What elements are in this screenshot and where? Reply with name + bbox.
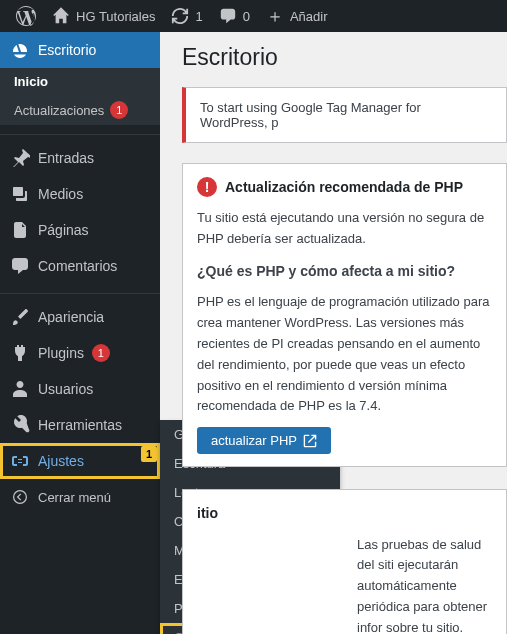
update-php-button[interactable]: actualizar PHP xyxy=(197,427,331,454)
menu-tools[interactable]: Herramientas xyxy=(0,407,160,443)
submenu-updates[interactable]: Actualizaciones 1 xyxy=(0,95,160,125)
page-title: Escritorio xyxy=(182,44,507,71)
menu-posts[interactable]: Entradas xyxy=(0,140,160,176)
home-icon xyxy=(52,7,70,25)
wp-logo[interactable] xyxy=(8,0,44,32)
php-subhead: ¿Qué es PHP y cómo afecta a mi sitio? xyxy=(197,260,492,282)
page-icon xyxy=(10,220,30,240)
updates-badge: 1 xyxy=(110,101,128,119)
menu-pages[interactable]: Páginas xyxy=(0,212,160,248)
site-name: HG Tutoriales xyxy=(76,9,155,24)
gtm-notice: To start using Google Tag Manager for Wo… xyxy=(182,87,507,143)
warning-icon: ! xyxy=(197,177,217,197)
updates-icon xyxy=(171,7,189,25)
collapse-menu[interactable]: Cerrar menú xyxy=(0,479,160,515)
menu-appearance[interactable]: Apariencia xyxy=(0,299,160,335)
notice-text: To start using Google Tag Manager for Wo… xyxy=(200,100,421,130)
site-name-link[interactable]: HG Tutoriales xyxy=(44,0,163,32)
tools-icon xyxy=(10,415,30,435)
php-panel-heading: ! Actualización recomendada de PHP xyxy=(197,176,492,198)
pin-icon xyxy=(10,148,30,168)
menu-label: Escritorio xyxy=(38,42,96,58)
collapse-icon xyxy=(10,487,30,507)
menu-dashboard[interactable]: Escritorio xyxy=(0,32,160,68)
callout-1: 1 xyxy=(141,446,157,462)
menu-comments[interactable]: Comentarios xyxy=(0,248,160,284)
comments-icon xyxy=(219,7,237,25)
comment-icon xyxy=(10,256,30,276)
menu-separator xyxy=(0,130,160,135)
plugin-icon xyxy=(10,343,30,363)
external-link-icon xyxy=(303,434,317,448)
admin-sidebar: Escritorio Inicio Actualizaciones 1 Entr… xyxy=(0,32,160,634)
health-heading: itio xyxy=(197,502,492,524)
updates-count: 1 xyxy=(195,9,202,24)
php-p1: Tu sitio está ejecutando una versión no … xyxy=(197,208,492,250)
menu-users[interactable]: Usuarios xyxy=(0,371,160,407)
main-content: Escritorio To start using Google Tag Man… xyxy=(160,32,507,634)
health-panel: itio Las pruebas de salud del siti ejecu… xyxy=(182,489,507,634)
menu-settings[interactable]: Ajustes 1 xyxy=(0,443,160,479)
health-body: Las pruebas de salud del siti ejecutarán… xyxy=(197,535,492,634)
menu-media[interactable]: Medios xyxy=(0,176,160,212)
settings-icon xyxy=(10,451,30,471)
comments-count: 0 xyxy=(243,9,250,24)
media-icon xyxy=(10,184,30,204)
php-p2: PHP es el lenguaje de programación utili… xyxy=(197,292,492,417)
dashboard-icon xyxy=(10,40,30,60)
updates-link[interactable]: 1 xyxy=(163,0,210,32)
comments-link[interactable]: 0 xyxy=(211,0,258,32)
brush-icon xyxy=(10,307,30,327)
plus-icon: ＋ xyxy=(266,7,284,25)
submenu-home[interactable]: Inicio xyxy=(0,68,160,95)
admin-toolbar: HG Tutoriales 1 0 ＋ Añadir xyxy=(0,0,507,32)
plugins-badge: 1 xyxy=(92,344,110,362)
users-icon xyxy=(10,379,30,399)
menu-plugins[interactable]: Plugins 1 xyxy=(0,335,160,371)
menu-separator xyxy=(0,289,160,294)
add-new-label: Añadir xyxy=(290,9,328,24)
php-panel: ! Actualización recomendada de PHP Tu si… xyxy=(182,163,507,467)
svg-point-0 xyxy=(14,491,27,504)
add-new-link[interactable]: ＋ Añadir xyxy=(258,0,336,32)
